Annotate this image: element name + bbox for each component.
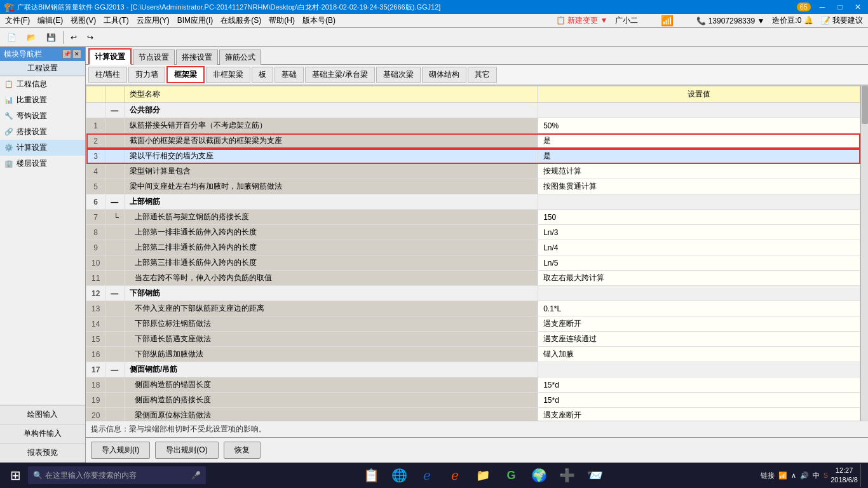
menu-suggest[interactable]: 📝 我要建议: [817, 14, 867, 27]
start-button[interactable]: ⊞: [3, 463, 28, 488]
table-row[interactable]: 9 上部第二排非通长筋伸入跨内的长度 Ln/4: [86, 240, 860, 255]
menu-file[interactable]: 文件(F): [1, 14, 34, 27]
row-value[interactable]: 0.1*L: [538, 301, 860, 316]
table-row[interactable]: 10 上部第三排非通长筋伸入跨内的长度 Ln/5: [86, 255, 860, 271]
menu-cloud[interactable]: 云应用(Y): [133, 14, 173, 27]
row-value[interactable]: 150: [538, 210, 860, 225]
menu-online[interactable]: 在线服务(S): [217, 14, 265, 27]
tab-splice-settings[interactable]: 搭接设置: [176, 50, 218, 65]
sub-tab-frame-beam[interactable]: 框架梁: [166, 66, 205, 83]
menu-bim[interactable]: BIM应用(I): [173, 14, 217, 27]
row-value[interactable]: 15*d: [538, 377, 860, 393]
sidebar-item-splice-settings[interactable]: 🔗 搭接设置: [0, 124, 85, 140]
table-row[interactable]: 18 侧面构造筋的锚固长度 15*d: [86, 377, 860, 393]
sub-tab-column[interactable]: 柱/墙柱: [88, 67, 127, 83]
row-value[interactable]: Ln/5: [538, 255, 860, 271]
row-value[interactable]: Ln/3: [538, 225, 860, 240]
table-row[interactable]: 16 下部纵筋遇加腋做法 锚入加腋: [86, 347, 860, 362]
restore-button[interactable]: 恢复: [224, 442, 261, 459]
sub-tab-foundation-main-beam[interactable]: 基础主梁/承台梁: [305, 67, 374, 83]
tray-ime-zh[interactable]: 中: [813, 471, 820, 480]
show-desktop-button[interactable]: [860, 464, 863, 487]
table-row[interactable]: 14 下部原位标注钢筋做法 遇支座断开: [86, 316, 860, 332]
taskbar-search[interactable]: 🔍 在这里输入你要搜索的内容 🎤: [28, 466, 206, 484]
taskbar-app-ie3[interactable]: ℯ: [444, 464, 466, 487]
row-value[interactable]: 按图集贯通计算: [538, 179, 860, 194]
table-row[interactable]: 2 截面小的框架梁是否以截面大的框架梁为支座 是: [86, 133, 860, 149]
sidebar-drawing-input[interactable]: 绘图输入: [0, 405, 85, 424]
taskbar-app-ie[interactable]: 📋: [360, 464, 383, 487]
menu-help[interactable]: 帮助(H): [265, 14, 299, 27]
sidebar-item-engineering-info[interactable]: 📋 工程信息: [0, 76, 85, 92]
menu-version[interactable]: 版本号(B): [299, 14, 339, 27]
table-row[interactable]: 15 下部通长筋遇支座做法 遇支座连续通过: [86, 332, 860, 347]
sub-tab-masonry[interactable]: 砌体结构: [422, 67, 466, 83]
taskbar-app-edge[interactable]: 🌐: [388, 464, 410, 487]
taskbar-app-ie2[interactable]: ℯ: [416, 464, 438, 487]
toolbar-undo[interactable]: ↩: [66, 31, 81, 44]
sidebar-close-button[interactable]: ✕: [72, 50, 81, 58]
row-value[interactable]: Ln/4: [538, 240, 860, 255]
table-row[interactable]: 7 └ 上部通长筋与架立钢筋的搭接长度 150: [86, 210, 860, 225]
toolbar-save[interactable]: 💾: [42, 31, 60, 44]
sub-tab-non-frame-beam[interactable]: 非框架梁: [206, 67, 250, 83]
sub-tab-other[interactable]: 其它: [468, 67, 497, 83]
tab-stirrup-formula[interactable]: 箍筋公式: [219, 50, 261, 65]
menu-phone[interactable]: 📞 13907298339 ▼: [693, 15, 768, 27]
tray-ime-s[interactable]: S: [824, 471, 828, 479]
sub-tab-shear-wall[interactable]: 剪力墙: [128, 67, 165, 83]
sub-tab-foundation-secondary-beam[interactable]: 基础次梁: [376, 67, 421, 83]
close-button[interactable]: ✕: [851, 2, 864, 12]
sidebar-component-input[interactable]: 单构件输入: [0, 424, 85, 444]
row-value[interactable]: 取左右最大跨计算: [538, 271, 860, 286]
table-row[interactable]: 11 当左右跨不等时，伸入小跨内负筋的取值 取左右最大跨计算: [86, 271, 860, 286]
row-value[interactable]: 遇支座连续通过: [538, 332, 860, 347]
taskbar-app-browser[interactable]: 🌍: [527, 464, 550, 487]
maximize-button[interactable]: □: [834, 2, 846, 12]
sidebar-item-calc-settings[interactable]: ⚙️ 计算设置: [0, 140, 85, 156]
table-row[interactable]: 5 梁中间支座处左右均有加腋时，加腋钢筋做法 按图集贯通计算: [86, 179, 860, 194]
toolbar-open[interactable]: 📂: [22, 31, 41, 44]
sidebar-item-hook-settings[interactable]: 🔧 弯钩设置: [0, 108, 85, 124]
table-row[interactable]: 8 上部第一排非通长筋伸入跨内的长度 Ln/3: [86, 225, 860, 240]
menu-user[interactable]: 广小二: [611, 14, 642, 27]
minimize-button[interactable]: ─: [816, 2, 829, 12]
sidebar-report-preview[interactable]: 报表预览: [0, 444, 85, 463]
row-value[interactable]: 是: [538, 149, 860, 164]
table-row[interactable]: 1 纵筋搭接头错开百分率（不考虑架立筋） 50%: [86, 118, 860, 133]
tray-link[interactable]: 链接: [761, 471, 775, 480]
row-value[interactable]: 按规范计算: [538, 164, 860, 179]
vertical-scrollbar[interactable]: [860, 86, 868, 421]
table-row[interactable]: 20 梁侧面原位标注筋做法 遇支座断开: [86, 408, 860, 421]
row-value[interactable]: 遇支座断开: [538, 408, 860, 421]
sidebar-item-compare-settings[interactable]: 📊 比重设置: [0, 92, 85, 108]
menu-tools[interactable]: 工具(T): [100, 14, 132, 27]
tab-node-settings[interactable]: 节点设置: [133, 50, 175, 65]
sub-tab-foundation[interactable]: 基础: [275, 67, 304, 83]
export-rules-button[interactable]: 导出规则(O): [155, 442, 218, 459]
table-row[interactable]: 4 梁型钢计算量包含 按规范计算: [86, 164, 860, 179]
sub-tab-slab[interactable]: 板: [252, 67, 273, 83]
table-row[interactable]: 13 不伸入支座的下部纵筋距支座边的距离 0.1*L: [86, 301, 860, 316]
table-row[interactable]: 19 侧面构造筋的搭接长度 15*d: [86, 393, 860, 408]
row-value[interactable]: 遇支座断开: [538, 316, 860, 332]
menu-view[interactable]: 视图(V): [67, 14, 100, 27]
taskbar-app-msg[interactable]: 📨: [583, 464, 606, 487]
sidebar-pin-button[interactable]: 📌: [62, 50, 71, 58]
taskbar-app-plus[interactable]: ➕: [555, 464, 578, 487]
row-value[interactable]: 50%: [538, 118, 860, 133]
menu-edit[interactable]: 编辑(E): [34, 14, 67, 27]
taskbar-app-g[interactable]: G: [499, 464, 522, 487]
row-value[interactable]: 锚入加腋: [538, 347, 860, 362]
toolbar-new[interactable]: 📄: [3, 31, 21, 44]
row-value[interactable]: 是: [538, 133, 860, 149]
row-value[interactable]: 15*d: [538, 393, 860, 408]
sidebar-item-floor-settings[interactable]: 🏢 楼层设置: [0, 156, 85, 172]
table-row[interactable]: 3 梁以平行相交的墙为支座 是: [86, 149, 860, 164]
toolbar-redo[interactable]: ↪: [83, 31, 98, 44]
tray-arrow-up[interactable]: ∧: [791, 471, 796, 480]
scrollbar-thumb[interactable]: [862, 86, 868, 124]
import-rules-button[interactable]: 导入规则(I): [91, 442, 150, 459]
table-scroll[interactable]: 类型名称 设置值 — 公共部分: [86, 86, 860, 421]
menu-new-change[interactable]: 📋 新建变更 ▼: [552, 14, 612, 27]
